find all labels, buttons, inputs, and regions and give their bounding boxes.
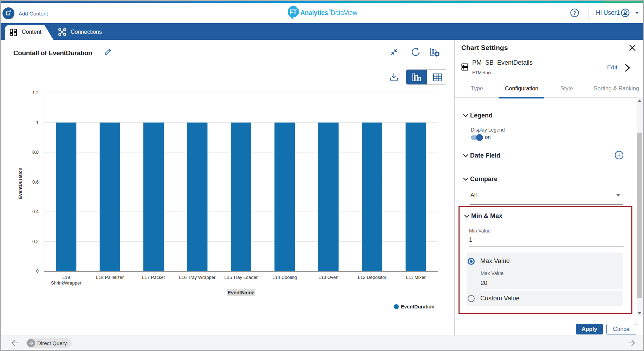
- svg-text:EventDuration: EventDuration: [18, 168, 23, 199]
- svg-text:L18 Palletizer: L18 Palletizer: [96, 275, 124, 280]
- svg-text:ShrinkWrapper: ShrinkWrapper: [51, 280, 82, 286]
- svg-text:L13 Oven: L13 Oven: [319, 275, 338, 280]
- svg-text:L15 Tray Loader: L15 Tray Loader: [225, 275, 258, 280]
- svg-text:1.2: 1.2: [32, 90, 39, 95]
- svg-text:L12 Depositor: L12 Depositor: [358, 275, 387, 280]
- svg-text:FT: FT: [290, 8, 297, 16]
- svg-text:EventDuration: EventDuration: [401, 304, 435, 309]
- svg-text:L14 Cooling: L14 Cooling: [273, 275, 297, 280]
- svg-text:L19: L19: [62, 275, 70, 280]
- svg-text:L17 Packer: L17 Packer: [142, 275, 165, 280]
- svg-text:0.8: 0.8: [32, 149, 39, 155]
- svg-text:Analytics: Analytics: [300, 8, 328, 17]
- svg-text:L11 Mixer: L11 Mixer: [406, 275, 426, 280]
- svg-text:0: 0: [36, 268, 39, 274]
- svg-text:EventName: EventName: [228, 290, 254, 295]
- svg-text:?: ?: [573, 10, 576, 16]
- svg-text:0.2: 0.2: [32, 239, 39, 244]
- svg-text:DataView: DataView: [331, 8, 358, 17]
- svg-text:L16 Tray Wrapper: L16 Tray Wrapper: [179, 275, 216, 280]
- svg-text:0.4: 0.4: [32, 209, 39, 214]
- svg-text:1: 1: [36, 120, 39, 125]
- svg-text:0.6: 0.6: [32, 179, 39, 185]
